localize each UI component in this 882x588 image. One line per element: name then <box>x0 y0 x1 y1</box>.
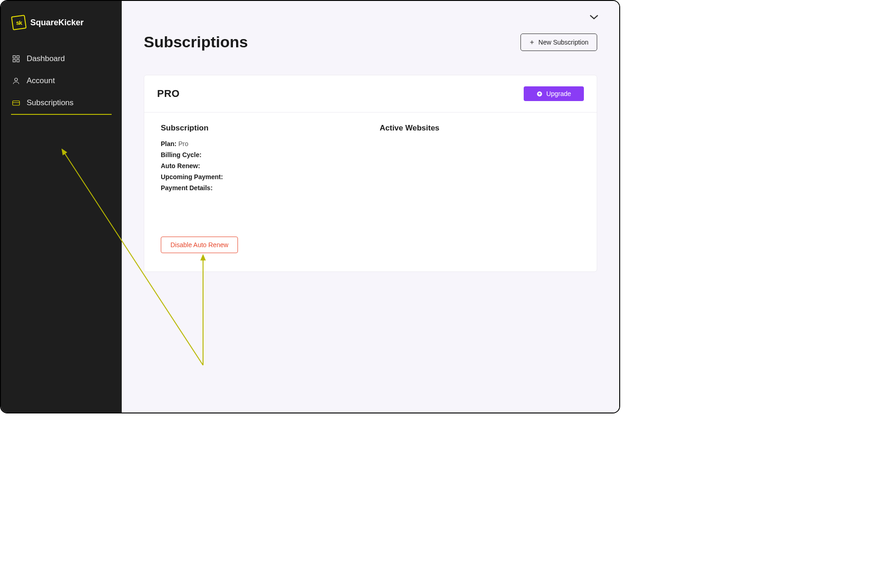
upgrade-button[interactable]: Upgrade <box>524 86 584 101</box>
upgrade-icon <box>537 91 543 97</box>
brand-logo[interactable]: sk SquareKicker <box>1 16 122 48</box>
new-subscription-button[interactable]: New Subscription <box>520 34 597 51</box>
detail-payment-details: Payment Details: <box>161 184 362 192</box>
detail-upcoming-payment: Upcoming Payment: <box>161 173 362 181</box>
chevron-down-icon <box>589 14 599 20</box>
subscription-section-title: Subscription <box>161 124 362 133</box>
subscription-card: PRO Upgrade Subscription Plan: Pro Billi… <box>144 75 597 272</box>
plus-icon <box>529 40 535 45</box>
sidebar-item-account[interactable]: Account <box>1 70 122 92</box>
subscription-details-column: Subscription Plan: Pro Billing Cycle: Au… <box>161 124 362 253</box>
collapse-toggle[interactable] <box>589 14 599 22</box>
sidebar: sk SquareKicker Dashboard Account Subscr… <box>1 1 122 413</box>
subscription-card-header: PRO Upgrade <box>144 75 597 113</box>
detail-billing-cycle: Billing Cycle: <box>161 151 362 158</box>
detail-label: Auto Renew: <box>161 162 200 170</box>
dashboard-icon <box>12 55 20 63</box>
detail-plan: Plan: Pro <box>161 140 362 147</box>
websites-section-title: Active Websites <box>380 124 581 133</box>
svg-rect-3 <box>17 60 19 62</box>
disable-auto-renew-label: Disable Auto Renew <box>170 241 228 249</box>
subscription-card-body: Subscription Plan: Pro Billing Cycle: Au… <box>144 113 597 271</box>
page-title: Subscriptions <box>144 33 248 51</box>
detail-label: Upcoming Payment: <box>161 173 223 181</box>
detail-value: Pro <box>178 140 188 147</box>
svg-rect-5 <box>13 101 20 106</box>
plan-name: PRO <box>157 88 180 100</box>
sidebar-item-subscriptions[interactable]: Subscriptions <box>11 92 112 115</box>
brand-logo-text: SquareKicker <box>30 18 84 28</box>
account-icon <box>12 77 20 85</box>
detail-label: Billing Cycle: <box>161 151 202 158</box>
app-frame: sk SquareKicker Dashboard Account Subscr… <box>0 0 620 413</box>
upgrade-label: Upgrade <box>546 90 571 97</box>
detail-label: Plan: <box>161 140 176 147</box>
svg-rect-0 <box>13 56 15 58</box>
new-subscription-label: New Subscription <box>538 39 588 46</box>
svg-rect-2 <box>13 60 15 62</box>
svg-point-4 <box>15 78 17 81</box>
subscriptions-icon <box>12 99 20 107</box>
brand-logo-icon: sk <box>11 15 27 30</box>
sidebar-item-label: Dashboard <box>27 54 65 63</box>
svg-rect-1 <box>17 56 19 58</box>
page-header: Subscriptions New Subscription <box>122 1 619 66</box>
main-content: Subscriptions New Subscription PRO Upgra… <box>122 1 619 413</box>
sidebar-item-label: Subscriptions <box>27 98 74 107</box>
sidebar-item-dashboard[interactable]: Dashboard <box>1 48 122 70</box>
active-websites-column: Active Websites <box>380 124 581 253</box>
sidebar-item-label: Account <box>27 76 55 85</box>
detail-auto-renew: Auto Renew: <box>161 162 362 170</box>
disable-auto-renew-button[interactable]: Disable Auto Renew <box>161 237 238 253</box>
detail-label: Payment Details: <box>161 184 213 192</box>
